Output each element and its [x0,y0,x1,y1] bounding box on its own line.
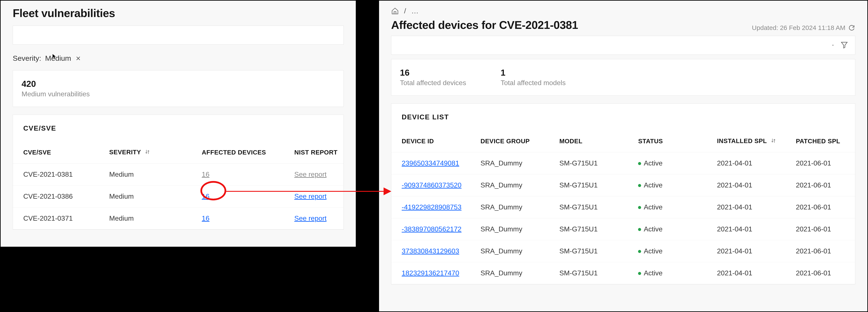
filter-label: Severity: [13,54,41,62]
device-id-link[interactable]: 373830843129603 [402,247,459,255]
cell-model: SM-G715U1 [549,174,628,196]
stat-label: Medium vulnerabilities [22,90,335,98]
cell-status: Active [628,152,707,174]
col-device-group[interactable]: DEVICE GROUP [470,131,549,152]
device-table: DEVICE ID DEVICE GROUP MODEL STATUS INST… [391,131,855,284]
bullet-icon: • [832,43,834,47]
cell-model: SM-G715U1 [549,218,628,240]
stat-value: 420 [22,79,335,89]
cell-status: Active [628,262,707,284]
breadcrumb-separator: / [404,7,406,15]
cell-group: SRA_Dummy [470,196,549,218]
affected-devices-link[interactable]: 16 [202,192,210,200]
device-id-link[interactable]: -383897080562172 [402,225,462,233]
cell-model: SM-G715U1 [549,196,628,218]
stat-value: 1 [501,68,566,77]
cell-status: Active [628,240,707,262]
cell-installed-spl: 2021-04-01 [707,262,785,284]
table-title: DEVICE LIST [391,104,855,131]
nist-report-link[interactable]: See report [294,170,327,178]
affected-stats-card: 16Total affected devices1Total affected … [391,59,855,96]
table-row: 182329136217470SRA_DummySM-G715U1Active2… [391,262,855,284]
col-patched-spl[interactable]: PATCHED SPL [785,131,855,152]
cell-patched-spl: 2021-06-01 [785,174,855,196]
device-id-link[interactable]: 182329136217470 [402,269,459,277]
cell-status: Active [628,218,707,240]
cell-installed-spl: 2021-04-01 [707,152,785,174]
search-bar[interactable] [13,26,344,44]
cell-cve: CVE-2021-0371 [13,207,99,229]
cell-patched-spl: 2021-06-01 [785,152,855,174]
cursor-icon [52,54,57,59]
status-dot-icon [638,184,641,187]
cell-patched-spl: 2021-06-01 [785,218,855,240]
device-list-card: DEVICE LIST DEVICE ID DEVICE GROUP MODEL… [391,103,855,284]
cell-model: SM-G715U1 [549,240,628,262]
cell-installed-spl: 2021-04-01 [707,240,785,262]
device-id-link[interactable]: -909374860373520 [402,181,462,189]
stat-label: Total affected devices [400,79,466,87]
status-dot-icon [638,206,641,209]
cell-model: SM-G715U1 [549,152,628,174]
col-affected[interactable]: AFFECTED DEVICES [191,142,284,163]
stat-value: 16 [400,68,466,77]
cve-table: CVE/SVE SEVERITY AFFECTED DEVICES NIST R… [13,142,343,229]
page-title: Affected devices for CVE-2021-0381 [391,19,578,31]
fleet-vulnerabilities-panel: Fleet vulnerabilities Severity: Medium 4… [0,0,356,247]
status-dot-icon [638,228,641,231]
affected-devices-link[interactable]: 16 [202,170,210,178]
col-model[interactable]: MODEL [549,131,628,152]
cve-table-card: CVE/SVE CVE/SVE SEVERITY AFFECTED DEVICE… [13,115,344,230]
cell-group: SRA_Dummy [470,218,549,240]
search-bar[interactable]: • [391,36,855,55]
breadcrumb: / … [379,1,867,17]
affected-devices-panel: / … Affected devices for CVE-2021-0381 U… [378,0,868,312]
cell-installed-spl: 2021-04-01 [707,174,785,196]
cell-patched-spl: 2021-06-01 [785,196,855,218]
filter-value: Medium [45,54,71,62]
sort-icon [144,149,150,156]
cell-severity: Medium [99,207,192,229]
col-severity[interactable]: SEVERITY [99,142,192,163]
sort-icon [770,138,776,145]
device-id-link[interactable]: 239650334749081 [402,159,459,167]
home-icon[interactable] [391,7,399,15]
cell-group: SRA_Dummy [470,240,549,262]
cell-group: SRA_Dummy [470,262,549,284]
severity-filter-chip[interactable]: Severity: Medium [1,52,356,70]
table-row: CVE-2021-0381Medium16See report [13,163,343,185]
cell-group: SRA_Dummy [470,174,549,196]
close-icon[interactable] [75,55,82,62]
table-row: -419229828908753SRA_DummySM-G715U1Active… [391,196,855,218]
col-device-id[interactable]: DEVICE ID [391,131,470,152]
table-row: CVE-2021-0386Medium16See report [13,185,343,207]
refresh-icon[interactable] [848,24,855,31]
table-row: CVE-2021-0371Medium16See report [13,207,343,229]
nist-report-link[interactable]: See report [294,214,327,222]
cell-status: Active [628,174,707,196]
table-row: 239650334749081SRA_DummySM-G715U1Active2… [391,152,855,174]
vulnerability-count-card: 420 Medium vulnerabilities [13,70,344,107]
col-installed-spl[interactable]: INSTALLED SPL [707,131,785,152]
cell-installed-spl: 2021-04-01 [707,196,785,218]
cell-cve: CVE-2021-0381 [13,163,99,185]
col-cve[interactable]: CVE/SVE [13,142,99,163]
device-id-link[interactable]: -419229828908753 [402,203,462,211]
col-status[interactable]: STATUS [628,131,707,152]
breadcrumb-ellipsis[interactable]: … [411,7,418,15]
stat-label: Total affected models [501,79,566,87]
affected-devices-link[interactable]: 16 [202,214,210,222]
page-title: Fleet vulnerabilities [1,1,356,26]
cell-severity: Medium [99,185,192,207]
cell-severity: Medium [99,163,192,185]
table-row: -383897080562172SRA_DummySM-G715U1Active… [391,218,855,240]
updated-timestamp: Updated: 26 Feb 2024 11:18 AM [752,24,855,31]
cell-patched-spl: 2021-06-01 [785,240,855,262]
filter-icon[interactable] [840,41,848,50]
col-nist[interactable]: NIST REPORT [284,142,343,163]
cell-status: Active [628,196,707,218]
nist-report-link[interactable]: See report [294,192,327,200]
cell-patched-spl: 2021-06-01 [785,262,855,284]
status-dot-icon [638,250,641,253]
cell-group: SRA_Dummy [470,152,549,174]
